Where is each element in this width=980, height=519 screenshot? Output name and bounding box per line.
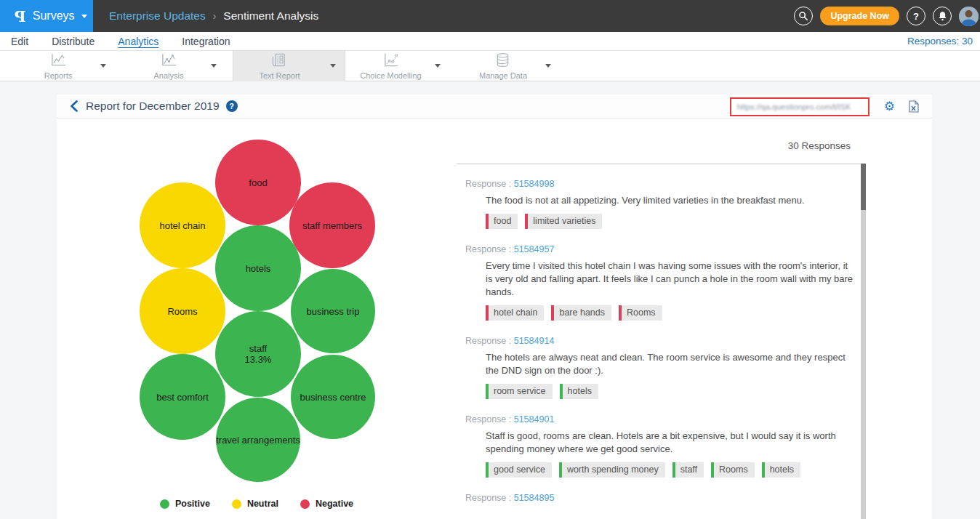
back-button[interactable] xyxy=(69,100,79,112)
line-chart-icon xyxy=(50,52,67,71)
analytics-toolbar: ReportsAnalysisText ReportChoice Modelli… xyxy=(0,51,980,81)
response-tags: hotel chainbare handsRooms xyxy=(486,305,865,321)
response-id-link[interactable]: 51584901 xyxy=(514,414,555,425)
legend-dot-neutral xyxy=(232,499,241,509)
toolbar-tab-label: Choice Modelling xyxy=(360,71,421,80)
sentiment-tag-worth-spending-money[interactable]: worth spending money xyxy=(559,462,665,478)
toolbar-tab-manage-data[interactable]: Manage Data xyxy=(465,51,560,81)
sentiment-tag-rooms[interactable]: Rooms xyxy=(711,462,755,478)
toolbar-tab-label: Text Report xyxy=(259,71,300,80)
bubble-label: staff xyxy=(249,343,267,354)
menu-item-edit[interactable]: Edit xyxy=(11,36,28,47)
legend-item-neutral: Neutral xyxy=(232,499,278,509)
response-item: Response : 51584998The food is not at al… xyxy=(457,179,865,229)
bubble-label: staff members xyxy=(302,220,362,231)
response-id-link[interactable]: 51584914 xyxy=(514,336,555,346)
response-text: Staff is good, rooms are clean. Hotels a… xyxy=(486,430,854,456)
notifications-button[interactable] xyxy=(933,7,952,25)
sentiment-tag-bare-hands[interactable]: bare hands xyxy=(551,305,611,321)
sentiment-tag-hotels[interactable]: hotels xyxy=(560,384,598,399)
bubble-best-comfort[interactable]: best comfort xyxy=(140,354,225,440)
menu-item-analytics[interactable]: Analytics xyxy=(118,36,158,47)
responses-list: Response : 51584998The food is not at al… xyxy=(457,164,865,519)
report-body: PositiveNeutralNegative foodhotel chains… xyxy=(57,118,932,519)
toolbar-tab-choice-modelling[interactable]: Choice Modelling xyxy=(351,51,449,81)
legend-label: Negative xyxy=(316,499,353,509)
menu-item-integration[interactable]: Integration xyxy=(182,36,230,47)
breadcrumb-survey-name[interactable]: Enterprise Updates xyxy=(109,9,206,23)
bubble-hotel-chain[interactable]: hotel chain xyxy=(140,182,225,268)
chevron-left-icon xyxy=(69,100,79,112)
sentiment-tag-limited-varieties[interactable]: limited varieties xyxy=(525,214,602,229)
legend-dot-positive xyxy=(160,499,169,509)
response-text: The hotels are always neat and clean. Th… xyxy=(486,351,854,377)
sentiment-tag-hotel-chain[interactable]: hotel chain xyxy=(486,305,544,321)
sentiment-tag-room-service[interactable]: room service xyxy=(486,384,553,399)
sentiment-tag-good-service[interactable]: good service xyxy=(486,462,552,478)
share-url-highlight-box xyxy=(730,97,869,116)
bubble-rooms[interactable]: Rooms xyxy=(140,268,225,354)
toolbar-tab-label: Manage Data xyxy=(479,71,527,80)
response-label: Response : xyxy=(465,179,514,189)
response-id-link[interactable]: 51584998 xyxy=(514,179,555,189)
question-mark-icon: ? xyxy=(229,102,234,110)
legend-label: Neutral xyxy=(247,499,278,509)
questionpro-logo: P xyxy=(15,7,26,25)
response-label: Response : xyxy=(465,414,514,425)
bubble-label: hotel chain xyxy=(160,220,206,231)
response-id-link[interactable]: 51584895 xyxy=(514,493,555,503)
sentiment-tag-staff[interactable]: staff xyxy=(672,462,704,478)
search-button[interactable] xyxy=(794,7,813,25)
bubble-staff-members[interactable]: staff members xyxy=(289,182,375,268)
response-item: Response : 51584914The hotels are always… xyxy=(457,336,865,399)
bubble-business-trip[interactable]: business trip xyxy=(291,269,375,353)
responses-count[interactable]: Responses: 30 xyxy=(907,36,973,47)
toolbar-tab-label: Reports xyxy=(44,71,73,80)
person-photo-icon xyxy=(959,7,979,26)
chart-legend: PositiveNeutralNegative xyxy=(57,499,457,509)
legend-label: Positive xyxy=(175,499,210,509)
text-report-icon xyxy=(271,52,288,71)
bubble-label: food xyxy=(249,177,267,188)
choice-modelling-icon xyxy=(382,52,399,71)
title-help-button[interactable]: ? xyxy=(226,100,238,112)
response-item: Response : 51584895 xyxy=(457,493,865,503)
response-header: Response : 51584901 xyxy=(457,414,865,425)
response-label: Response : xyxy=(465,493,514,503)
toolbar-tab-text-report[interactable]: Text Report xyxy=(233,51,345,81)
breadcrumb: Enterprise Updates › Sentiment Analysis xyxy=(109,0,318,32)
response-tags: room servicehotels xyxy=(486,384,865,399)
search-icon xyxy=(798,11,808,21)
toolbar-tab-analysis[interactable]: Analysis xyxy=(131,51,225,81)
response-text: Every time I visited this hotel chain I … xyxy=(486,260,854,299)
response-tags: foodlimited varieties xyxy=(486,214,865,229)
surveys-product-switcher[interactable]: P Surveys xyxy=(0,0,93,32)
report-header: Report for December 2019 ? ⚙ xyxy=(57,94,932,118)
share-url-input[interactable] xyxy=(731,102,868,111)
sentiment-tag-rooms[interactable]: Rooms xyxy=(619,305,662,321)
bubble-staff[interactable]: staff13.3% xyxy=(215,311,301,397)
bubble-food[interactable]: food xyxy=(215,140,301,225)
scatter-chart-icon xyxy=(161,52,177,71)
response-id-link[interactable]: 51584957 xyxy=(514,244,555,254)
legend-item-positive: Positive xyxy=(160,499,210,509)
responses-scrollbar-thumb[interactable] xyxy=(861,164,866,210)
menu-items: EditDistributeAnalyticsIntegration xyxy=(0,35,242,48)
upgrade-now-button[interactable]: Upgrade Now xyxy=(820,7,899,25)
sentiment-tag-hotels[interactable]: hotels xyxy=(762,462,800,478)
toolbar-tab-reports[interactable]: Reports xyxy=(20,51,115,81)
responses-scrollbar-track[interactable] xyxy=(861,164,866,519)
menu-item-distribute[interactable]: Distribute xyxy=(52,36,95,47)
bubble-label: business trip xyxy=(307,306,360,317)
legend-dot-negative xyxy=(300,499,310,509)
user-avatar[interactable] xyxy=(959,7,979,26)
help-button[interactable]: ? xyxy=(907,7,925,25)
settings-gear-icon[interactable]: ⚙ xyxy=(884,100,895,113)
bubble-business-centre[interactable]: business centre xyxy=(291,355,375,439)
bubble-hotels[interactable]: hotels xyxy=(215,225,301,311)
response-header: Response : 51584998 xyxy=(457,179,865,189)
export-excel-button[interactable] xyxy=(908,100,919,113)
bubble-travel-arrangements[interactable]: travel arrangements xyxy=(216,398,300,482)
response-item: Response : 51584901Staff is good, rooms … xyxy=(457,414,865,478)
sentiment-tag-food[interactable]: food xyxy=(486,214,518,229)
